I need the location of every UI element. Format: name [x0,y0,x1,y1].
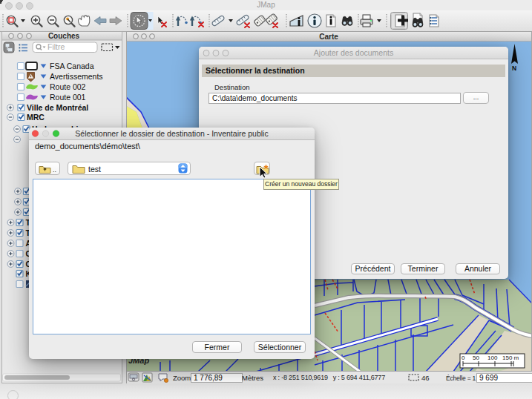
svg-text:Couches: Couches [48,32,80,40]
svg-text:0: 0 [462,355,465,361]
svg-text:Ville de Montréal: Ville de Montréal [27,103,88,112]
svg-text:Avertissements: Avertissements [50,72,103,81]
svg-text:100: 100 [487,355,498,361]
svg-text:Route 001: Route 001 [50,93,86,102]
svg-text:50: 50 [473,355,479,361]
svg-text:150 m: 150 m [502,355,519,361]
svg-text:Route 002: Route 002 [50,82,86,91]
svg-text:N: N [512,65,516,72]
svg-text:FSA Canada: FSA Canada [50,62,94,70]
svg-text:..: .. [53,166,56,174]
svg-text:MRC: MRC [27,113,45,122]
svg-text:Filtre: Filtre [47,42,65,51]
svg-text:Carte: Carte [319,33,338,41]
